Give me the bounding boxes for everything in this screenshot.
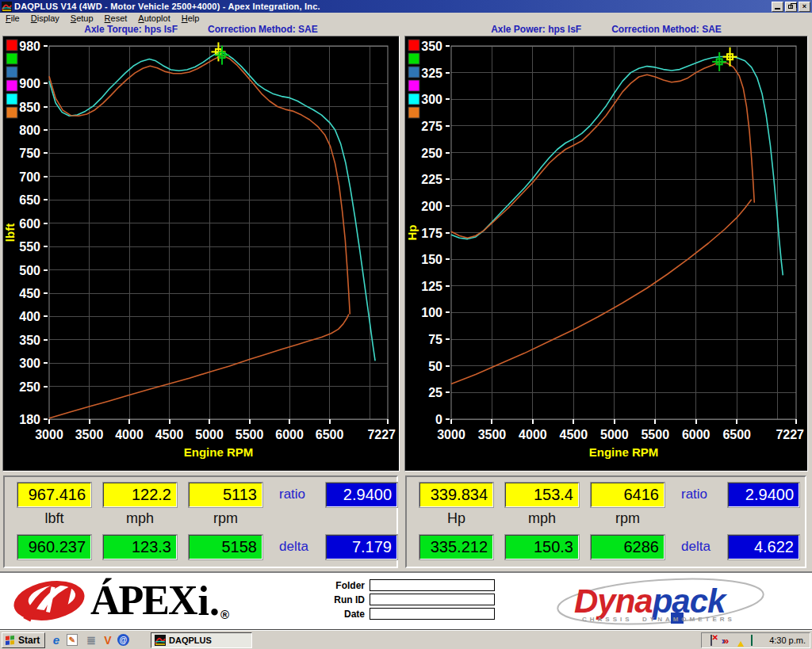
legend-swatches [6, 40, 17, 118]
svg-text:450: 450 [19, 287, 40, 300]
menu-setup[interactable]: Setup [65, 13, 99, 23]
svg-text:180: 180 [19, 413, 40, 426]
menu-autoplot[interactable]: Autoplot [132, 13, 175, 23]
date-input[interactable] [370, 608, 495, 620]
svg-text:750: 750 [19, 147, 40, 160]
menu-file[interactable]: File [0, 13, 25, 23]
power-unit-label: Hp [419, 510, 493, 527]
menu-display[interactable]: Display [25, 13, 65, 23]
power-correction-method: Correction Method: SAE [611, 24, 722, 35]
x-axis-title: Engine RPM [589, 445, 659, 459]
svg-text:50: 50 [428, 360, 442, 373]
title-bar[interactable]: DAQPLUS V14 (4WD - Motor Vehicle 2500+40… [0, 0, 812, 13]
power-plot-svg: 3503253002752502252001751501251007550250… [405, 36, 806, 471]
svg-text:0: 0 [435, 413, 442, 426]
svg-text:4000: 4000 [115, 428, 144, 441]
svg-text:350: 350 [421, 40, 442, 53]
peak-marker-previous[interactable] [712, 52, 726, 71]
minimize-button[interactable] [772, 2, 783, 12]
outlook-compose-icon[interactable]: ✎ [67, 634, 78, 646]
peak-marker-current[interactable] [723, 48, 737, 67]
svg-text:75: 75 [428, 333, 442, 346]
delta-label: delta [681, 539, 710, 555]
legend-swatches [408, 40, 419, 118]
rpm-unit-label: rpm [189, 510, 262, 527]
restore-button[interactable] [785, 2, 797, 12]
svg-text:900: 900 [19, 77, 40, 90]
taskbar-clock: 4:30 p.m. [769, 636, 806, 645]
rpm-unit-label: rpm [591, 510, 665, 527]
svg-text:3000: 3000 [35, 428, 63, 441]
svg-text:325: 325 [421, 67, 442, 80]
power-chart-header: Axle Power: hps IsF Correction Method: S… [404, 23, 808, 36]
axis-ticks [44, 46, 388, 424]
svg-text:6500: 6500 [722, 428, 751, 441]
channels-icon[interactable]: ≣ [84, 633, 98, 647]
delta-value: 4.622 [728, 535, 799, 559]
x-axis-title: Engine RPM [184, 445, 254, 459]
svg-text:4500: 4500 [560, 428, 588, 441]
menu-bar: File Display Setup Reset Autoplot Help [0, 13, 812, 24]
logo-strip: ÁPEX i. ® Folder Run ID Date Dynapack [0, 571, 812, 630]
apex-logo: ÁPEX i. ® [11, 577, 229, 624]
torque-chart-header: Axle Torque: hps IsF Correction Method: … [2, 23, 400, 36]
svg-text:5000: 5000 [195, 428, 224, 441]
apex-emblem-icon [11, 577, 87, 624]
internet-explorer-icon[interactable]: e [49, 633, 63, 647]
axis-ticks [446, 46, 796, 424]
task-button-label: DAQPLUS [169, 636, 212, 645]
transfer-arrows-icon[interactable]: ›» [719, 636, 730, 646]
svg-text:550: 550 [19, 240, 40, 254]
daqplus-task-button[interactable]: DAQPLUS [151, 632, 252, 648]
svg-text:350: 350 [19, 334, 40, 347]
ratio-label: ratio [279, 487, 305, 502]
svg-text:700: 700 [19, 170, 40, 184]
menu-help[interactable]: Help [176, 13, 205, 23]
power-prev-mph: 150.3 [505, 535, 579, 559]
run-info-form: Folder Run ID Date [325, 579, 495, 622]
delta-value: 7.179 [326, 535, 397, 559]
power-plot[interactable]: 3503253002752502252001751501251007550250… [404, 36, 808, 471]
torque-peak-value: 967.416 [17, 483, 91, 507]
power-ramp-trace [451, 200, 752, 384]
svg-text:5000: 5000 [600, 428, 629, 441]
daqplus-task-icon [155, 635, 166, 646]
torque-correction-method: Correction Method: SAE [208, 24, 318, 35]
network-disconnected-icon[interactable] [706, 636, 716, 646]
svg-text:6500: 6500 [316, 428, 344, 441]
svg-text:300: 300 [19, 357, 40, 370]
torque-plot-svg: 9809008508007507006506005505004504003503… [3, 36, 397, 471]
dynapack-wordmark: Dynapack [574, 582, 725, 620]
folder-input[interactable] [370, 579, 495, 591]
svg-text:400: 400 [19, 310, 40, 323]
torque-current-run [49, 52, 375, 361]
svg-text:175: 175 [421, 227, 442, 240]
apex-i-mark: i. [198, 578, 220, 624]
y-axis-title: Hp [405, 225, 419, 241]
status-square-icon[interactable] [746, 636, 756, 646]
windows-flag-icon [5, 635, 16, 646]
menu-reset[interactable]: Reset [99, 13, 133, 23]
torque-plot[interactable]: 9809008508007507006506005505004504003503… [2, 36, 400, 471]
torque-chart-title: Axle Torque: hps IsF [84, 24, 178, 35]
svg-text:980: 980 [19, 40, 40, 53]
start-button[interactable]: Start [2, 632, 45, 648]
svg-text:300: 300 [421, 93, 442, 106]
msn-icon[interactable]: @ [117, 634, 129, 646]
start-label: Start [18, 635, 40, 646]
power-previous-run [451, 62, 754, 238]
winamp-icon[interactable]: V [101, 633, 115, 647]
close-icon: × [802, 2, 806, 10]
y-axis-labels: 3503253002752502252001751501251007550250 [421, 40, 442, 426]
svg-text:6000: 6000 [275, 428, 304, 441]
close-button[interactable]: × [799, 2, 810, 12]
svg-text:5500: 5500 [236, 428, 264, 441]
folder-label: Folder [325, 580, 365, 591]
run-id-input[interactable] [370, 594, 495, 605]
svg-text:275: 275 [421, 120, 442, 133]
dynapack-logo: Dynapack CHASSIS DYNAMOMETERS [553, 578, 768, 627]
app-window: DAQPLUS V14 (4WD - Motor Vehicle 2500+40… [0, 0, 812, 649]
dynapack-subtitle: CHASSIS DYNAMOMETERS [582, 616, 735, 623]
update-globe-icon[interactable] [733, 636, 743, 646]
torque-prev-mph: 123.3 [103, 535, 177, 559]
